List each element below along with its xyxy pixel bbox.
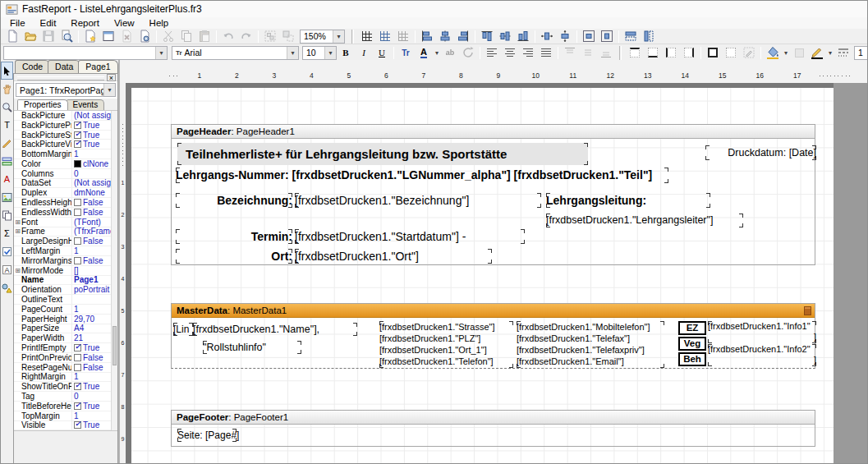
property-row[interactable]: LargeDesignH False <box>14 237 117 246</box>
property-checkbox[interactable] <box>74 131 81 139</box>
align-justify-button[interactable] <box>537 45 555 60</box>
seite-object[interactable]: Seite: [Page#] <box>177 429 237 442</box>
property-row[interactable]: LeftMargin 1 <box>14 246 117 256</box>
page-header-band[interactable]: PageHeader: PageHeader1 Teilnehmerliste+… <box>171 124 815 265</box>
ort-label-object[interactable]: Ort: <box>176 249 292 264</box>
dropdown-arrow-icon[interactable]: ▾ <box>333 30 344 43</box>
property-row[interactable]: OutlineText <box>14 295 117 305</box>
inspector-close-button[interactable]: × <box>107 74 116 81</box>
valign-top-button[interactable] <box>561 45 579 60</box>
termin-label-object[interactable]: Termin: <box>176 229 292 244</box>
property-value[interactable]: 1 <box>74 246 79 255</box>
property-row[interactable]: BackPictureVis True <box>14 140 117 149</box>
info1-object[interactable]: [frxdbsetDrucken1."Info1" ] <box>708 321 816 343</box>
menu-item[interactable]: Report <box>63 18 107 28</box>
align-lefts-button[interactable] <box>418 29 436 44</box>
space-horizontally-button[interactable] <box>538 29 556 44</box>
property-value[interactable]: 0 <box>74 169 79 178</box>
fit-to-grid-button[interactable] <box>394 29 412 44</box>
dropdown-arrow-icon[interactable]: ▾ <box>155 47 167 59</box>
property-row[interactable]: Tag 0 <box>14 392 117 402</box>
property-value[interactable]: True <box>83 131 99 140</box>
new-page-button[interactable] <box>81 29 99 44</box>
same-width-button[interactable] <box>622 29 640 44</box>
redo-button[interactable] <box>237 29 255 44</box>
ort-value-object[interactable]: [frxdbsetDrucken1."Ort"] <box>295 249 492 264</box>
bezeichnung-value-object[interactable]: [frxdbsetDrucken1."Bezeichnung"] <box>295 193 541 208</box>
property-value[interactable]: True <box>83 343 99 352</box>
property-value[interactable]: 0 <box>74 392 79 401</box>
property-row[interactable]: BackPicture (Not assigned) <box>14 111 117 121</box>
property-value[interactable]: 1 <box>74 149 79 158</box>
property-expand-icon[interactable]: ⊞ <box>14 267 21 274</box>
report-title-object[interactable]: Teilnehmerliste+ für Lehrgangsleitung bz… <box>177 143 588 165</box>
property-row[interactable]: PaperWidth 21 <box>14 333 117 343</box>
dropdown-arrow-icon[interactable]: ▾ <box>287 47 298 59</box>
contact-column-object[interactable]: [frxdbsetDrucken1."Mobiltelefon"][frxdbs… <box>517 321 664 368</box>
new-dialog-button[interactable] <box>99 29 117 44</box>
property-value[interactable]: True <box>83 420 99 430</box>
bezeichnung-label-object[interactable]: Bezeichnung: <box>176 193 292 208</box>
fill-color-dropdown[interactable]: ▾ <box>782 45 790 60</box>
property-row[interactable]: PaperSize A4 <box>14 324 117 334</box>
group-button[interactable] <box>261 29 279 44</box>
druckdatum-object[interactable]: Druckdatum: [Date] <box>705 145 816 160</box>
insert-chart-button[interactable] <box>1 278 13 296</box>
property-value[interactable]: clNone <box>83 159 108 168</box>
property-checkbox[interactable] <box>74 122 81 129</box>
bold-button[interactable]: B <box>337 45 355 60</box>
property-row[interactable]: ResetPageNu False <box>14 363 117 373</box>
underline-button[interactable]: U <box>373 45 391 60</box>
property-row[interactable]: PrintIfEmpty True <box>14 343 117 353</box>
fill-color-button[interactable] <box>764 45 782 60</box>
line-width-select[interactable]: 1 ▾ <box>854 46 868 60</box>
property-value[interactable]: 1 <box>74 411 79 420</box>
property-value[interactable]: False <box>83 208 103 217</box>
property-row[interactable]: ⊞ Font (TFont) <box>14 218 117 227</box>
property-value[interactable]: True <box>83 121 99 130</box>
line-style-button[interactable] <box>834 45 852 60</box>
hand-tool-button[interactable] <box>1 80 13 98</box>
page-header-band-header[interactable]: PageHeader: PageHeader1 <box>172 125 815 139</box>
property-row[interactable]: ShowTitleOnP True <box>14 382 117 392</box>
frame-top-button[interactable] <box>626 45 644 60</box>
property-checkbox[interactable] <box>74 344 81 351</box>
insert-system-text-button[interactable]: Σ <box>1 224 13 242</box>
property-value[interactable]: True <box>83 402 99 411</box>
copy-button[interactable] <box>177 29 195 44</box>
property-row[interactable]: TitleBeforeHe True <box>14 402 117 411</box>
center-vertically-button[interactable] <box>598 29 616 44</box>
property-row[interactable]: Orientation poPortrait <box>14 285 117 295</box>
property-value[interactable]: Page1 <box>74 275 98 284</box>
font-color-dropdown[interactable]: ▾ <box>433 45 441 60</box>
valign-middle-button[interactable] <box>579 45 597 60</box>
lehrgangsleiter-value-object[interactable]: [frxdbsetDrucken1."Lehrgangsleiter"] <box>546 214 743 227</box>
select-tool-button[interactable] <box>1 62 13 80</box>
property-row[interactable]: BackPicturePri True <box>14 121 117 131</box>
property-value[interactable]: False <box>83 237 103 246</box>
property-value[interactable]: 1 <box>74 305 79 314</box>
property-checkbox[interactable] <box>74 364 81 371</box>
property-row[interactable]: EndlessHeight False <box>14 198 117 208</box>
center-horizontally-button[interactable] <box>580 29 598 44</box>
vertical-ruler[interactable]: 1234567891011 <box>120 83 126 463</box>
property-expand-icon[interactable]: ⊞ <box>14 227 21 235</box>
frame-left-button[interactable] <box>662 45 680 60</box>
lehrgangsnummer-object[interactable]: Lehrgangs-Nummer: [frxdbsetDrucken1."LGN… <box>176 168 668 183</box>
align-center-button[interactable] <box>501 45 519 60</box>
align-tops-button[interactable] <box>478 29 496 44</box>
property-value[interactable]: poPortrait <box>74 285 109 294</box>
property-value[interactable]: (TFont) <box>74 218 101 227</box>
frame-edit-button[interactable] <box>740 45 758 60</box>
line-number-object[interactable]: [Lin <box>173 323 193 336</box>
fill-style-button[interactable] <box>790 45 808 60</box>
property-row[interactable]: Columns 0 <box>14 169 117 179</box>
property-value[interactable]: False <box>83 353 103 362</box>
frame-bottom-button[interactable] <box>644 45 662 60</box>
address-column-object[interactable]: [frxdbsetDrucken1."Strasse"][frxdbsetDru… <box>379 321 513 368</box>
property-row[interactable]: BottomMargin 1 <box>14 149 117 159</box>
insert-band-button[interactable] <box>1 152 13 170</box>
open-report-button[interactable] <box>21 29 39 44</box>
align-rights-button[interactable] <box>454 29 472 44</box>
italic-button[interactable]: I <box>355 45 373 60</box>
